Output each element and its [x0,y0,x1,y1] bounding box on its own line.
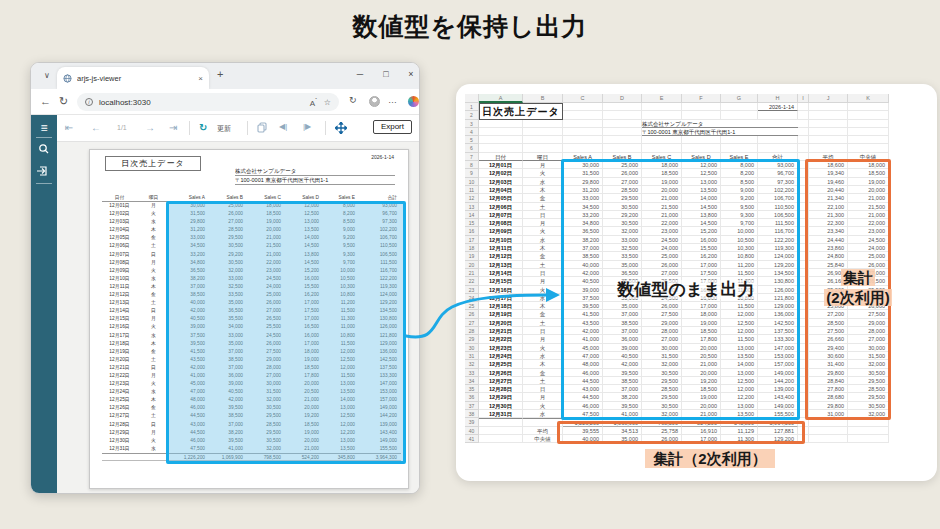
numeric-output-label: 数値型のまま出力 [580,278,792,301]
report-page: 日次売上データ 2026-1-14 株式会社サンプルデータ 〒100-0001 … [89,149,409,489]
copy-pages-icon[interactable] [257,122,268,133]
site-info-icon[interactable]: i [85,98,93,106]
browser-window: ∨ arjs-js-viewer × + ─ □ × ← ↻ i localho… [30,62,420,494]
spreadsheet-panel: ABCDEFGHIJK12026-1-14234567日付曜日Sales ASa… [456,84,937,481]
globe-icon [63,74,72,83]
sidebar-divider [36,183,52,184]
page-indicator: 1/1 [117,124,127,131]
sync-icon[interactable]: ↻ [349,95,357,105]
refresh-label[interactable]: 更新 [217,124,231,134]
profile-avatar[interactable] [369,96,380,107]
maximize-button[interactable]: □ [379,69,393,79]
url-bar: ← ↻ i localhost:3030 Aˆ ☆ ↻ … [31,89,419,115]
search-icon[interactable] [31,143,57,155]
menu-hamburger-icon[interactable]: ≡ [31,121,57,135]
tab-title: arjs-js-viewer [77,74,198,83]
tab-close-icon[interactable]: × [198,74,203,83]
sheet-title: 日次売上データ [479,103,563,120]
company-address: 〒100-0001 東京都千代田区千代田1-1 [235,176,395,185]
toolbar-divider [189,121,190,135]
aggregate-bottom-label: 集計（2次利用） [600,450,820,469]
tab-strip: ∨ arjs-js-viewer × + ─ □ × [31,63,419,89]
toolbar-divider [247,121,248,135]
sidebar-divider [36,137,52,138]
company-name: 株式会社サンプルデータ [235,167,395,176]
back-icon[interactable]: ← [40,95,51,107]
history-back-icon[interactable]: ◀| [279,122,287,131]
viewer-content: 日次売上データ 2026-1-14 株式会社サンプルデータ 〒100-0001 … [57,142,419,493]
first-page-icon[interactable]: ⇤ [65,122,73,133]
page-title: 数値型を保持し出力 [0,10,940,43]
close-button[interactable]: × [404,69,418,79]
sheet-row[interactable]: 6 [465,144,889,152]
report-title: 日次売上データ [105,156,201,171]
sheet-company-name: 株式会社サンプルデータ [642,120,798,128]
numeric-highlight-box [166,201,406,464]
report-date: 2026-1-14 [371,154,394,160]
viewer-toolbar: ⇤ ← 1/1 → ⇥ ↻ 更新 ◀| |▶ [57,115,419,142]
pan-move-icon[interactable] [335,122,347,134]
report-company-block: 株式会社サンプルデータ 〒100-0001 東京都千代田区千代田1-1 [235,167,395,185]
new-tab-button[interactable]: + [217,68,223,80]
aggregate-rows-box [557,421,805,444]
toolbar-divider [325,121,326,135]
settings-dots-icon[interactable]: … [388,95,397,105]
sheet-company-address: 〒100-0001 東京都千代田区千代田1-1 [642,128,798,136]
tab-list-chevron-icon[interactable]: ∨ [39,68,55,84]
export-button[interactable]: Export [373,120,412,134]
viewer-sidebar: ≡ [31,115,57,493]
sheet-row[interactable]: 5 [465,136,889,144]
favorite-star-icon[interactable]: ☆ [324,98,331,107]
read-aloud-icon[interactable]: Aˆ [310,97,317,108]
reload-icon[interactable]: ↻ [59,95,68,108]
last-page-icon[interactable]: ⇥ [169,122,177,133]
address-field[interactable]: i localhost:3030 Aˆ ☆ [77,93,339,111]
aggregate-side-label: 集計 (2次利用) [808,268,908,308]
url-text: localhost:3030 [99,98,303,107]
next-page-icon[interactable]: → [145,122,155,133]
copilot-icon[interactable] [408,96,419,107]
prev-page-icon[interactable]: ← [91,122,101,133]
tab-arjs-js-viewer[interactable]: arjs-js-viewer × [57,67,209,89]
minimize-button[interactable]: ─ [353,69,367,79]
export-panel-icon[interactable] [31,165,57,177]
refresh-icon[interactable]: ↻ [199,122,207,133]
history-forward-icon[interactable]: |▶ [303,122,311,131]
